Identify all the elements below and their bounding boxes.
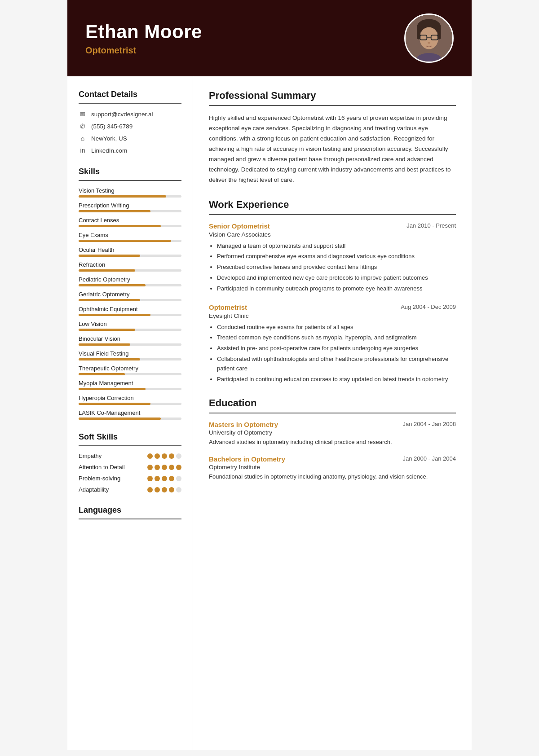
- skill-bar: [79, 240, 181, 242]
- skill-fill: [79, 195, 166, 198]
- edu-school: Optometry Institute: [209, 464, 456, 470]
- skill-name: Binocular Vision: [79, 335, 181, 342]
- skill-dot: [162, 476, 167, 481]
- skill-name: Vision Testing: [79, 187, 181, 194]
- skill-bar: [79, 284, 181, 286]
- edu-degree: Masters in Optometry: [209, 421, 278, 428]
- education-divider: [209, 413, 456, 413]
- contact-item: ✆ (555) 345-6789: [79, 122, 181, 130]
- soft-skill-name: Problem-solving: [79, 475, 120, 482]
- avatar: [404, 13, 454, 63]
- skill-bar: [79, 195, 181, 198]
- contact-value: NewYork, US: [91, 135, 127, 142]
- skills-heading: Skills: [79, 167, 181, 176]
- soft-skill-item: Attention to Detail: [79, 464, 181, 470]
- skill-dot: [176, 453, 181, 459]
- contact-value: LinkedIn.com: [91, 147, 127, 154]
- skill-item: Geriatric Optometry: [79, 291, 181, 301]
- skill-fill: [79, 358, 140, 360]
- skill-dot: [162, 487, 167, 492]
- languages-divider: [79, 519, 181, 519]
- skill-bar: [79, 343, 181, 346]
- skill-item: Prescription Writing: [79, 202, 181, 212]
- skill-name: Ophthalmic Equipment: [79, 306, 181, 312]
- edu-date: Jan 2000 - Jan 2004: [402, 455, 456, 462]
- skill-item: Low Vision: [79, 321, 181, 331]
- summary-heading: Professional Summary: [209, 90, 456, 101]
- skill-name: Contact Lenses: [79, 217, 181, 224]
- skill-fill: [79, 329, 135, 331]
- soft-skill-item: Problem-solving: [79, 475, 181, 482]
- skill-bar: [79, 403, 181, 405]
- job-date: Aug 2004 - Dec 2009: [401, 303, 456, 310]
- edu-block: Masters in Optometry Jan 2004 - Jan 2008…: [209, 421, 456, 447]
- skill-item: Therapeutic Optometry: [79, 365, 181, 375]
- sidebar: Contact Details ✉ support@cvdesigner.ai …: [67, 76, 193, 750]
- skill-bar: [79, 269, 181, 272]
- job-bullets: Managed a team of optometrists and suppo…: [209, 242, 456, 294]
- skill-dot: [176, 465, 181, 470]
- experience-divider: [209, 214, 456, 215]
- skill-fill: [79, 284, 146, 286]
- skill-name: Pediatric Optometry: [79, 276, 181, 283]
- skill-dot: [147, 465, 153, 470]
- skill-dots: [147, 487, 181, 492]
- skill-bar: [79, 299, 181, 301]
- soft-skills-list: Empathy Attention to Detail Problem-solv…: [79, 453, 181, 493]
- summary-divider: [209, 105, 456, 106]
- skill-dot: [155, 453, 160, 459]
- skill-item: LASIK Co-Management: [79, 409, 181, 420]
- skill-fill: [79, 269, 135, 272]
- job-bullet: Developed and implemented new eye care p…: [217, 273, 456, 283]
- skill-item: Pediatric Optometry: [79, 276, 181, 286]
- summary-text: Highly skilled and experienced Optometri…: [209, 113, 456, 185]
- skill-dot: [155, 476, 160, 481]
- summary-section: Professional Summary Highly skilled and …: [209, 90, 456, 185]
- candidate-title: Optometrist: [85, 45, 202, 56]
- skill-item: Contact Lenses: [79, 217, 181, 227]
- skill-name: Hyperopia Correction: [79, 395, 181, 401]
- candidate-name: Ethan Moore: [85, 21, 202, 43]
- contact-list: ✉ support@cvdesigner.ai ✆ (555) 345-6789…: [79, 110, 181, 154]
- resume-header: Ethan Moore Optometrist: [67, 0, 472, 76]
- skill-item: Eye Exams: [79, 232, 181, 242]
- skill-item: Hyperopia Correction: [79, 395, 181, 405]
- skill-dots: [147, 453, 181, 459]
- job-header: Senior Optometrist Jan 2010 - Present: [209, 222, 456, 230]
- skill-name: Low Vision: [79, 321, 181, 327]
- header-name-block: Ethan Moore Optometrist: [85, 21, 202, 56]
- skill-item: Myopia Management: [79, 380, 181, 390]
- contact-item: in LinkedIn.com: [79, 146, 181, 154]
- edu-header: Bachelors in Optometry Jan 2000 - Jan 20…: [209, 455, 456, 463]
- email-icon: ✉: [79, 110, 87, 118]
- skill-fill: [79, 210, 150, 212]
- skill-dot: [162, 465, 167, 470]
- skill-dot: [169, 487, 174, 492]
- skill-dot: [147, 453, 153, 459]
- contact-value: support@cvdesigner.ai: [91, 111, 153, 118]
- education-heading: Education: [209, 397, 456, 409]
- skill-dots: [147, 465, 181, 470]
- skill-dot: [147, 476, 153, 481]
- soft-skill-name: Adaptability: [79, 486, 109, 493]
- job-date: Jan 2010 - Present: [406, 222, 456, 229]
- skill-dot: [176, 487, 181, 492]
- job-title: Senior Optometrist: [209, 222, 270, 230]
- skill-bar: [79, 388, 181, 390]
- skills-section: Skills Vision Testing Prescription Writi…: [79, 167, 181, 420]
- skill-fill: [79, 388, 146, 390]
- languages-heading: Languages: [79, 505, 181, 515]
- job-bullets: Conducted routine eye exams for patients…: [209, 323, 456, 384]
- skill-item: Ocular Health: [79, 246, 181, 257]
- skill-dot: [169, 465, 174, 470]
- contact-heading: Contact Details: [79, 90, 181, 99]
- job-bullet: Performed comprehensive eye exams and di…: [217, 252, 456, 261]
- skill-dot: [176, 476, 181, 481]
- skill-item: Refraction: [79, 261, 181, 272]
- skill-bar: [79, 255, 181, 257]
- skill-name: Visual Field Testing: [79, 350, 181, 357]
- skill-dot: [155, 487, 160, 492]
- svg-point-2: [420, 27, 438, 49]
- contact-item: ⌂ NewYork, US: [79, 134, 181, 142]
- job-header: Optometrist Aug 2004 - Dec 2009: [209, 303, 456, 311]
